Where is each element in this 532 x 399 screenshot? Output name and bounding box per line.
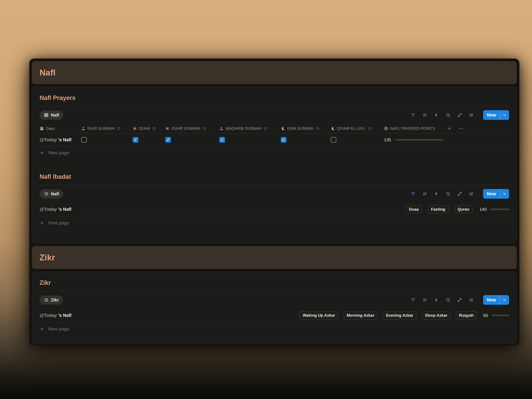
page-title-zikr: Zikr [40,253,55,262]
new-page-button[interactable]: New page [40,323,509,336]
today-mention[interactable]: @Today [40,207,57,212]
points-value: 135 [384,137,391,142]
tag-fasting[interactable]: Fasting [428,205,449,214]
tag-list: Waking Up Azkar Morning Azkar Evening Az… [299,311,509,320]
nafl-prayers-view-bar: Nafl New [40,106,509,124]
filter-icon[interactable] [411,298,416,302]
new-page-button[interactable]: New page [40,216,509,229]
column-header-duhr-sunnah[interactable]: DUHR SUNNAH [165,126,219,131]
new-page-button[interactable]: New page [40,146,509,159]
list-item[interactable]: @Today’s Nafl Duaa Fasting Quran 140 [40,203,509,216]
filter-icon[interactable] [411,191,416,196]
new-button-dropdown[interactable] [500,110,509,120]
sliders-icon[interactable] [469,298,474,302]
new-page-label: New page [48,326,69,332]
view-tab-label: Nafl [51,191,59,196]
filter-icon[interactable] [411,113,416,118]
checkbox-fajr-sunnah[interactable]: ✓ [81,137,87,143]
expand-icon[interactable] [457,298,462,302]
expand-icon[interactable] [457,113,462,118]
tag-waking-up-azkar[interactable]: Waking Up Azkar [299,311,338,320]
search-icon[interactable] [446,113,450,118]
today-mention[interactable]: @Today [40,137,57,142]
nafl-section: Nafl Prayers Nafl New [32,87,517,243]
checkbox-duha[interactable]: ✓ [133,137,138,143]
plus-icon [447,126,452,131]
points-value: 60 [483,313,488,318]
list-view-icon [44,298,49,302]
search-icon[interactable] [446,191,450,196]
new-button-dropdown[interactable] [500,295,509,305]
plus-icon [40,221,44,225]
zikr-view-bar: Zikr New [40,291,509,309]
checkbox-qiyam-al-layl[interactable]: ✓ [331,137,336,143]
table-view-icon [44,113,49,117]
zikr-toolbar: New [411,295,509,305]
today-mention[interactable]: @Today [40,313,57,318]
new-button[interactable]: New [483,110,509,120]
tag-quran[interactable]: Quran [454,205,473,214]
points-cell[interactable]: 135 [384,137,443,142]
new-button[interactable]: New [483,295,509,305]
row-title-text: ’s Nafl [58,137,71,142]
list-view-icon [44,191,49,196]
plus-icon [40,327,44,331]
table-row[interactable]: @Today’s Nafl ✓ ✓ ✓ ✓ ✓ ✓ 135 [40,134,509,146]
search-icon[interactable] [446,298,450,302]
expand-icon[interactable] [457,191,462,196]
tag-morning-azkar[interactable]: Morning Azkar [343,311,378,320]
points-progress-bar [490,209,509,210]
tab-zikr-list-view[interactable]: Zikr [40,295,63,304]
tag-ruqyah[interactable]: Ruqyah [456,311,477,320]
column-header-nafl-prayers-points[interactable]: NAFL PRAYERS POINTS [384,126,447,131]
new-page-label: New page [48,220,69,226]
tab-nafl-table-view[interactable]: Nafl [40,111,63,120]
table-options-button[interactable] [459,126,470,131]
checkbox-maghrib-sunnah[interactable]: ✓ [219,137,225,143]
new-button-label[interactable]: New [483,189,500,199]
bolt-icon[interactable] [434,298,439,302]
new-button-label[interactable]: New [483,110,500,120]
new-button[interactable]: New [483,189,509,199]
new-button-label[interactable]: New [483,295,500,305]
bolt-icon[interactable] [434,113,439,118]
row-title-text: ’s Nafl [58,313,71,318]
info-icon [203,127,206,130]
sort-icon[interactable] [422,298,427,302]
tab-nafl-list-view[interactable]: Nafl [40,189,63,198]
sort-icon[interactable] [422,191,427,196]
zikr-title-box: Zikr [32,246,517,269]
column-header-duha[interactable]: DUHA [133,126,165,131]
nafl-ibadat-heading: Nafl Ibadat [40,173,509,180]
tag-evening-azkar[interactable]: Evening Azkar [383,311,417,320]
column-label: NAFL PRAYERS POINTS [390,126,435,131]
row-title-cell[interactable]: @Today’s Nafl [40,137,81,142]
sunrise-icon [81,126,85,131]
column-header-qiyam-al-layl[interactable]: QIYAM AL-LAYL [331,126,384,131]
column-header-days[interactable]: Days [40,126,81,131]
nafl-title-box: Nafl [32,61,517,84]
nafl-prayers-heading: Nafl Prayers [40,95,509,101]
tag-duaa[interactable]: Duaa [406,205,422,214]
sliders-icon[interactable] [469,191,474,196]
bolt-icon[interactable] [434,191,439,196]
view-tab-label: Nafl [51,113,59,118]
info-icon [117,127,120,130]
points-progress-bar [395,139,443,141]
add-column-button[interactable] [447,126,459,131]
column-header-isha-sunnah[interactable]: ISHA SUNNAH [281,126,331,131]
zikr-heading: Zikr [40,279,509,286]
target-icon [384,126,388,131]
sunset-icon [219,126,224,131]
points-cell: 140 [480,207,509,212]
new-button-dropdown[interactable] [500,189,509,199]
sort-icon[interactable] [422,113,427,118]
sliders-icon[interactable] [469,113,474,118]
column-header-fajr-sunnah[interactable]: FAJR SUNNAH [81,126,133,131]
checkbox-isha-sunnah[interactable]: ✓ [281,137,286,143]
page-title-nafl: Nafl [40,68,56,77]
checkbox-duhr-sunnah[interactable]: ✓ [165,137,171,143]
column-header-maghrib-sunnah[interactable]: MAGHRIB SUNNAH [219,126,281,131]
list-item[interactable]: @Today’s Nafl Waking Up Azkar Morning Az… [40,309,509,323]
tag-sleep-azkar[interactable]: Sleep Azkar [422,311,451,320]
